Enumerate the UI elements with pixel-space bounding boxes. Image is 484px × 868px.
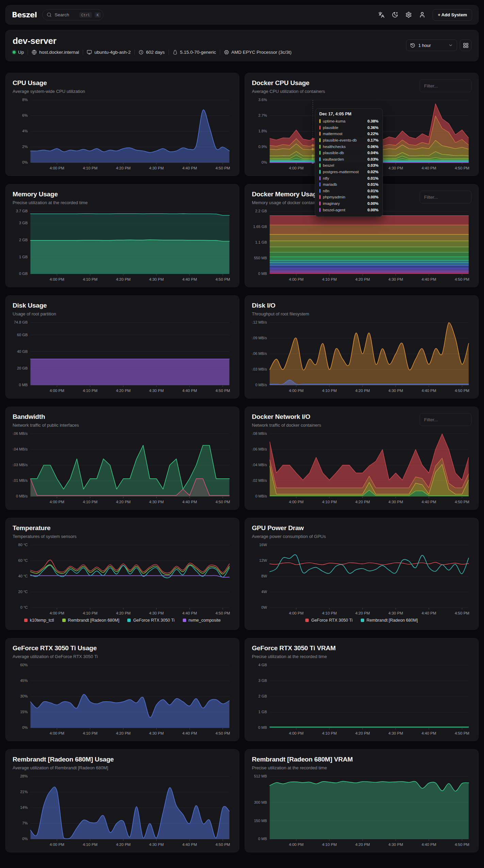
chart-card-temperature: Temperature Temperatures of system senso… [5,518,239,630]
settings-button[interactable] [403,9,414,21]
chart-legend: GeForce RTX 3050 TiRembrandt [Radeon 680… [252,617,471,626]
chart-subtitle: Temperatures of system sensors [13,534,77,539]
chart-plot[interactable]: 0%7%14%21%28%4:00 PM4:10 PM4:20 PM4:30 P… [13,773,232,849]
chart-plot[interactable]: 0 MB150 MB300 MB512 MB4:00 PM4:10 PM4:20… [252,773,471,849]
chart-plot[interactable]: 0 MB/s0.01 MB/s0.03 MB/s0.04 MB/s0.06 MB… [13,430,232,506]
x-tick-label: 4:30 PM [388,277,403,281]
chart-plot[interactable]: 0 MB1 GB2 GB3 GB4 GB4:00 PM4:10 PM4:20 P… [252,662,471,737]
x-tick-label: 4:00 PM [50,611,64,615]
legend-item[interactable]: Rembrandt [Radeon 680M] [62,618,119,623]
separator [28,50,28,55]
y-tick-label: 0.06 MB/s [13,432,28,436]
x-tick-label: 4:30 PM [149,611,164,615]
app-logo[interactable]: Beszel [12,11,37,19]
user-menu-button[interactable] [416,9,428,21]
x-tick-label: 4:50 PM [455,611,469,615]
x-tick-label: 4:10 PM [83,842,97,847]
chart-title: Disk I/O [252,302,309,309]
x-tick-label: 4:50 PM [455,842,469,847]
y-tick-label: 2.2 GB [255,209,267,213]
y-tick-label: 60% [20,663,28,667]
chart-subtitle: Average utilization of GeForce RTX 3050 … [13,654,98,659]
chart-filter-input[interactable] [420,191,471,203]
legend-swatch-icon [183,619,186,622]
legend-label: nvme_composite [189,618,221,623]
y-tick-label: 4% [22,129,28,133]
meta-text: 5.15.0-70-generic [180,50,216,55]
chart-subtitle: Precise utilization at the recorded time [252,765,353,770]
legend-item[interactable]: Rembrandt [Radeon 680M] [361,618,418,623]
separator [134,50,135,55]
x-tick-label: 4:30 PM [388,731,403,735]
chart-title: Temperature [13,524,77,532]
y-tick-label: 0.9% [258,145,267,149]
chart-plot[interactable]: 0 GB1 GB2 GB3 GB3.7 GB4:00 PM4:10 PM4:20… [13,208,232,283]
status-badge: Up [13,50,24,55]
x-tick-label: 4:50 PM [455,166,469,170]
status-label: Up [18,50,24,55]
chart-filter-input[interactable] [420,79,471,92]
separator [220,50,220,55]
x-tick-label: 4:50 PM [215,731,230,735]
legend-item[interactable]: k10temp_tctl [24,618,54,623]
language-button[interactable] [375,9,387,21]
time-range-select[interactable]: 1 hour [406,39,457,51]
x-tick-label: 4:10 PM [322,389,337,393]
x-tick-label: 4:00 PM [50,389,64,393]
legend-swatch-icon [24,619,28,622]
legend-item[interactable]: nvme_composite [183,618,221,623]
legend-item[interactable]: GeForce RTX 3050 Ti [127,618,174,623]
chart-subtitle: Precise utilization at the recorded time [13,200,87,205]
y-tick-label: 28% [20,774,28,779]
legend-item[interactable]: GeForce RTX 3050 Ti [305,618,352,623]
y-tick-label: 0.01 MB/s [13,479,28,483]
chart-plot[interactable]: 0%2%4%6%8%4:00 PM4:10 PM4:20 PM4:30 PM4:… [13,97,232,172]
x-tick-label: 4:50 PM [215,842,230,847]
chart-plot[interactable]: 0 °C20 °C40 °C60 °C80 °C4:00 PM4:10 PM4:… [13,542,232,617]
x-tick-label: 4:20 PM [116,842,131,847]
globe-icon [32,50,37,55]
y-tick-label: 0.04 MB/s [252,463,267,467]
y-tick-label: 0.08 MB/s [252,432,267,436]
x-tick-label: 4:30 PM [149,166,164,170]
chart-plot[interactable]: 0 MB550 MB1.1 GB1.65 GB2.2 GB4:00 PM4:10… [252,208,471,283]
y-tick-label: 45% [20,679,28,683]
chart-plot[interactable]: 0W4W8W12W16W4:00 PM4:10 PM4:20 PM4:30 PM… [252,542,471,617]
x-tick-label: 4:10 PM [83,277,97,281]
x-tick-label: 4:10 PM [322,166,337,170]
x-tick-label: 4:40 PM [421,389,436,393]
add-system-button[interactable]: + Add System [433,9,472,21]
chart-plot[interactable]: 0 MB/s0.03 MB/s0.06 MB/s0.09 MB/s0.12 MB… [252,319,471,395]
chart-card-geforce-vram: GeForce RTX 3050 Ti VRAM Precise utiliza… [245,638,479,741]
y-tick-label: 3 GB [19,221,28,225]
chart-filter-input[interactable] [420,413,471,426]
x-tick-label: 4:00 PM [289,277,304,281]
charts-grid: CPU Usage Average system-wide CPU utiliz… [5,73,479,852]
chart-plot[interactable]: 0 MB/s0.02 MB/s0.04 MB/s0.06 MB/s0.08 MB… [252,430,471,506]
chart-plot[interactable]: 0%0.9%1.8%2.7%3.6%4:00 PM4:10 PM4:20 PM4… [252,97,471,172]
y-tick-label: 60 °C [18,559,28,563]
y-tick-label: 2.7% [258,114,267,118]
x-tick-label: 4:50 PM [215,277,230,281]
x-tick-label: 4:30 PM [149,842,164,847]
chart-plot[interactable]: 0 MB20 GB40 GB60 GB74.8 GB4:00 PM4:10 PM… [13,319,232,395]
chart-title: CPU Usage [13,79,85,87]
x-tick-label: 4:20 PM [116,500,131,504]
y-tick-label: 0.09 MB/s [252,336,267,340]
chart-plot[interactable]: 0%15%30%45%60%4:00 PM4:10 PM4:20 PM4:30 … [13,662,232,737]
search-input[interactable]: Search Ctrl K [42,9,103,20]
x-tick-label: 4:20 PM [355,611,370,615]
theme-toggle-button[interactable] [389,9,401,21]
penguin-icon [173,50,178,55]
y-tick-label: 0 MB [258,726,267,730]
meta-item-clock: 602 days [139,50,165,55]
chevron-down-icon [448,43,453,48]
x-tick-label: 4:10 PM [83,166,97,170]
chart-title: Memory Usage [13,191,87,198]
x-tick-label: 4:30 PM [149,500,164,504]
search-icon [47,12,52,17]
layout-grid-button[interactable] [460,39,471,51]
x-tick-label: 4:40 PM [421,842,436,847]
x-tick-label: 4:00 PM [50,277,64,281]
x-tick-label: 4:30 PM [149,731,164,735]
